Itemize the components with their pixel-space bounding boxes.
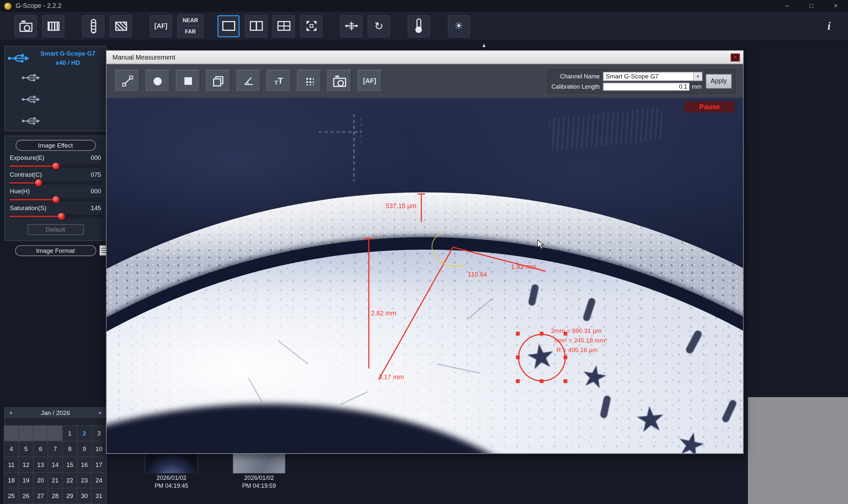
- slider-track[interactable]: [8, 182, 102, 184]
- gallery-thumbnail[interactable]: [145, 453, 198, 473]
- slider-knob[interactable]: [53, 162, 59, 169]
- slider-track[interactable]: [8, 215, 102, 218]
- far-button[interactable]: FAR: [178, 26, 203, 37]
- slider-track[interactable]: [8, 198, 102, 201]
- calendar-day[interactable]: 25: [4, 488, 19, 504]
- minimize-button[interactable]: –: [775, 0, 799, 12]
- channel-select[interactable]: Smart G-Scope G7 ▼: [603, 71, 702, 81]
- close-button[interactable]: ×: [824, 0, 848, 12]
- calendar-grid: 1234567891011121314151617181920212223242…: [4, 426, 107, 504]
- slider-track[interactable]: [8, 165, 102, 167]
- circle-handle[interactable]: [516, 355, 520, 359]
- calendar-day[interactable]: 15: [62, 457, 77, 473]
- slider-Hue(H): Hue(H)000: [7, 188, 104, 201]
- device-slot-4[interactable]: [7, 110, 104, 132]
- calendar-day[interactable]: 9: [77, 441, 92, 457]
- calendar-day[interactable]: 22: [62, 472, 77, 488]
- capture-photo-button[interactable]: [15, 15, 37, 37]
- surface-streaks: [549, 107, 665, 151]
- default-button[interactable]: Default: [27, 224, 84, 235]
- calendar-day[interactable]: 7: [48, 441, 63, 457]
- calendar-day[interactable]: 23: [77, 472, 92, 488]
- circle-handle[interactable]: [540, 379, 543, 383]
- circle-handle[interactable]: [540, 331, 543, 335]
- measure-ruler-button[interactable]: [340, 15, 362, 37]
- calendar-day[interactable]: 2: [77, 425, 92, 442]
- snapshot-button[interactable]: [327, 70, 351, 93]
- calendar-day[interactable]: 26: [19, 488, 34, 504]
- calibration-length-input[interactable]: [603, 83, 689, 90]
- autofocus-button[interactable]: [AF]: [150, 15, 172, 37]
- rotate-button[interactable]: ↻: [368, 15, 390, 37]
- dual-view-button[interactable]: [245, 15, 267, 37]
- calendar-day[interactable]: 30: [77, 488, 92, 504]
- calendar-day[interactable]: 21: [48, 472, 63, 488]
- usb-icon: [21, 71, 41, 84]
- gallery-item[interactable]: 2026/01/02PM 04:19:45: [145, 453, 198, 490]
- pause-button[interactable]: Pause: [685, 101, 734, 112]
- measurement-close-button[interactable]: ×: [731, 53, 740, 61]
- duplicate-tool-button[interactable]: [206, 70, 230, 93]
- collapse-panel-arrow[interactable]: ▲: [481, 42, 487, 48]
- slider-knob[interactable]: [53, 196, 59, 203]
- calendar-day[interactable]: 28: [48, 488, 63, 504]
- gallery-thumbnail[interactable]: [232, 453, 285, 473]
- angle-tool-button[interactable]: [236, 70, 260, 93]
- device-item-active[interactable]: Smart G-Scope G7 x40 / HD: [7, 49, 104, 67]
- capture-video-button[interactable]: [42, 15, 64, 37]
- grid-tool-button[interactable]: [297, 70, 321, 93]
- circle-handle[interactable]: [516, 331, 520, 335]
- calendar-day[interactable]: 17: [91, 457, 107, 473]
- device-slot-3[interactable]: [7, 89, 104, 110]
- angle-label: 110.64: [468, 271, 487, 278]
- info-button[interactable]: i: [820, 15, 838, 37]
- near-button[interactable]: NEAR: [178, 15, 203, 26]
- film-sequence-button[interactable]: [110, 15, 132, 37]
- calendar-day[interactable]: 12: [19, 457, 34, 473]
- image-format-button[interactable]: Image Format: [15, 245, 96, 256]
- calendar-day[interactable]: 18: [4, 472, 19, 488]
- fit-screen-button[interactable]: [300, 15, 322, 37]
- text-tool-button[interactable]: TT: [267, 70, 291, 93]
- calendar-day[interactable]: 5: [19, 441, 34, 457]
- calendar-day[interactable]: 6: [33, 441, 48, 457]
- calendar-day[interactable]: 14: [48, 457, 63, 473]
- gallery-item[interactable]: 2026/01/02PM 04:19:59: [232, 453, 285, 490]
- calendar-day[interactable]: 31: [91, 488, 107, 504]
- calendar-day[interactable]: 20: [33, 472, 48, 488]
- slider-knob[interactable]: [58, 213, 65, 220]
- calendar-day[interactable]: 27: [33, 488, 48, 504]
- line-tool-button[interactable]: [115, 70, 139, 93]
- calendar-day[interactable]: 24: [91, 472, 107, 488]
- calendar-next-icon[interactable]: ►: [98, 410, 103, 415]
- calendar-day[interactable]: 4: [4, 441, 19, 457]
- measurement-titlebar[interactable]: Manual Measurement ×: [107, 51, 743, 64]
- calendar-day[interactable]: 3: [91, 425, 107, 442]
- calendar-day[interactable]: 10: [91, 441, 107, 457]
- rectangle-tool-button[interactable]: [176, 70, 200, 93]
- probe-button[interactable]: [82, 15, 104, 37]
- calendar-day[interactable]: 29: [62, 488, 77, 504]
- thermometer-button[interactable]: [408, 15, 430, 37]
- calendar-day[interactable]: 16: [77, 457, 92, 473]
- calendar-prev-icon[interactable]: ◄: [8, 410, 13, 415]
- calendar-day[interactable]: 13: [33, 457, 48, 473]
- apply-button[interactable]: Apply: [706, 74, 732, 88]
- single-view-button[interactable]: [217, 15, 240, 37]
- circle-handle[interactable]: [564, 379, 567, 383]
- calendar-day[interactable]: 8: [62, 441, 77, 457]
- measurement-af-button[interactable]: [AF]: [358, 70, 382, 93]
- device-slot-2[interactable]: [7, 67, 104, 89]
- calendar-day[interactable]: 19: [19, 472, 34, 488]
- maximize-button[interactable]: □: [799, 0, 824, 12]
- slider-knob[interactable]: [35, 179, 42, 186]
- brightness-button[interactable]: ☀: [448, 15, 470, 37]
- circle-handle[interactable]: [516, 379, 520, 383]
- live-view-image[interactable]: ★ ★ ★ ★ 537.15 μm 2.82 mm 3.17 mm 110.64…: [107, 98, 743, 453]
- quad-view-button[interactable]: [273, 15, 295, 37]
- circle-tool-button[interactable]: [145, 70, 170, 93]
- calendar-day[interactable]: 11: [4, 457, 19, 473]
- image-effect-button[interactable]: Image Effect: [16, 140, 96, 151]
- calendar-day[interactable]: 1: [62, 425, 77, 442]
- circle-handle[interactable]: [564, 355, 567, 359]
